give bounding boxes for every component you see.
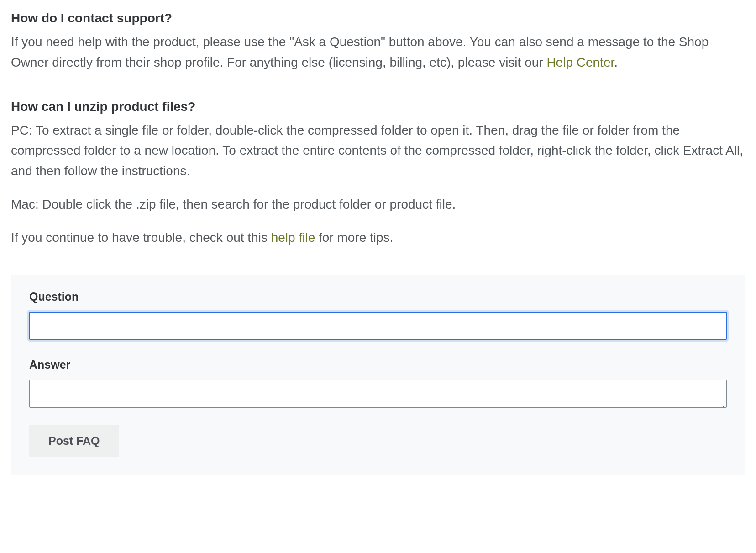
faq-heading: How do I contact support?	[11, 11, 745, 26]
faq-body: If you need help with the product, pleas…	[11, 32, 745, 73]
faq-paragraph: Mac: Double click the .zip file, then se…	[11, 194, 745, 215]
faq-section-contact-support: How do I contact support? If you need he…	[11, 11, 745, 73]
faq-body: PC: To extract a single file or folder, …	[11, 120, 745, 248]
answer-textarea[interactable]	[29, 380, 727, 408]
faq-link[interactable]: help file	[271, 230, 315, 245]
faq-link[interactable]: Help Center	[546, 55, 614, 69]
faq-paragraph: PC: To extract a single file or folder, …	[11, 120, 745, 182]
faq-paragraph: If you need help with the product, pleas…	[11, 32, 745, 73]
post-faq-form: Question Answer Post FAQ	[11, 275, 745, 475]
question-label: Question	[29, 290, 727, 303]
faq-paragraph: If you continue to have trouble, check o…	[11, 228, 745, 248]
post-faq-button[interactable]: Post FAQ	[29, 425, 119, 457]
question-input[interactable]	[29, 312, 727, 340]
answer-label: Answer	[29, 358, 727, 371]
faq-section-unzip-files: How can I unzip product files? PC: To ex…	[11, 99, 745, 248]
faq-heading: How can I unzip product files?	[11, 99, 745, 114]
